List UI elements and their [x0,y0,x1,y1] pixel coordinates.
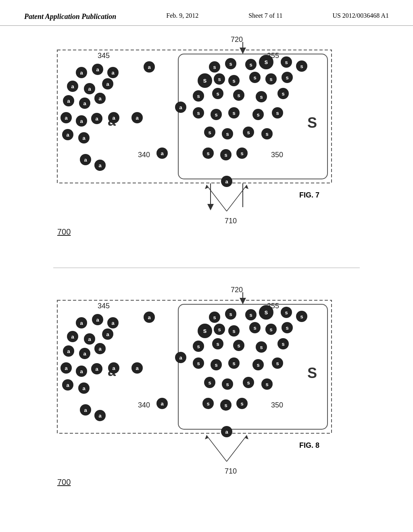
fig8-node-s-5: s [281,307,292,318]
fig7-node-a-border1: a [175,102,186,113]
fig8-ref-340: 340 [138,401,150,409]
svg-marker-7 [205,185,208,189]
fig8-node-a-5: a [67,331,78,342]
fig7-node-a-6: a [84,83,95,94]
fig7-node-s-29: s [236,148,248,159]
fig8-node-s-28: s [220,399,232,411]
fig8-diagram: 720 345 355 350 340 S a a a a a a a a a … [45,284,368,486]
fig7-node-a-2: a [92,64,103,75]
fig7-node-s-3: s [245,59,257,70]
fig8-node-a-3: a [107,317,119,328]
svg-marker-15 [245,435,248,439]
fig7-node-s-14: s [212,88,223,99]
fig8-node-s-29: s [236,398,248,409]
fig7-node-a-7: a [102,78,113,89]
fig8-node-s-17: s [277,338,289,349]
fig7-node-s-22: s [272,107,283,118]
fig8-caption: FIG. 8 [299,441,319,450]
fig8-node-s-25: s [243,377,254,388]
fig8-node-s-26: s [261,378,273,390]
fig7-node-a-19: a [94,160,106,171]
svg-marker-8 [245,185,248,189]
fig8-ref-345: 345 [98,302,110,310]
fig7-node-s-28: s [220,149,232,160]
fig7-node-s-13: s [193,90,204,102]
fig7-node-s-25: s [243,127,254,138]
svg-line-5 [206,185,227,211]
fig7-node-a-15: a [131,112,143,123]
fig7-node-s-20: s [228,107,240,118]
fig7-node-a-340: a [156,148,168,159]
header-patent-num: US 2012/0036468 A1 [332,12,389,19]
fig8-node-a-14: a [108,362,119,374]
fig7-ref-345: 345 [98,52,110,60]
fig7-node-s-5: s [281,56,292,68]
fig8-node-s-9: s [228,325,240,337]
fig7-node-s-12: s [282,72,293,83]
fig7-node-s-16: s [256,91,267,102]
fig8-node-s-19: s [211,359,222,370]
fig8-ref-350: 350 [271,401,283,409]
fig8-node-a-10: a [94,343,106,354]
fig8-node-s-14: s [212,338,223,349]
fig7-node-s-10: s [249,72,261,83]
fig8-node-s-22: s [272,357,283,369]
header-left-title: Patent Application Publication [24,12,116,21]
fig7-node-s-9: s [228,75,240,86]
fig8-node-s-12: s [282,322,293,333]
fig8-node-s-4: s [259,305,273,320]
fig7-node-a-18: a [80,154,91,165]
fig8-node-a-12: a [76,366,87,377]
figures-area: 720 345 355 350 340 S a a a a a a a a a [0,26,413,518]
fig7-node-s-26: s [261,128,273,139]
fig8-node-s-16: s [256,341,267,353]
fig8-node-s-24: s [222,378,233,390]
fig7-node-s-18: s [193,107,204,118]
header-date: Feb. 9, 2012 [166,12,198,19]
fig7-ref-720: 720 [231,35,243,44]
fig8-node-s-7: s [198,324,212,338]
fig7-node-a-11: a [60,112,72,123]
fig8-node-a-2: a [92,314,103,325]
fig8-node-a-19: a [94,410,106,421]
fig8-node-s-10: s [249,322,261,333]
fig7-node-a-13: a [91,113,102,124]
svg-line-6 [227,185,247,211]
fig7-node-s-27: s [202,148,214,159]
fig7-node-a-4: a [144,61,155,73]
fig7-node-s-21: s [252,109,264,120]
fig8-node-s-11: s [265,324,277,335]
fig8-node-s-23: s [204,377,215,388]
fig8-node-a-16: a [62,379,73,391]
fig7-diagram: 720 345 355 350 340 S a a a a a a a a a [45,34,368,235]
fig7-ref-710: 710 [225,217,237,225]
fig8-node-s-6: s [296,311,307,322]
fig7-ref-350: 350 [271,151,283,159]
fig8-node-a-border1: a [175,352,186,363]
fig8-node-a-9: a [79,348,90,359]
fig8-ref-700: 700 [57,478,71,487]
fig8-node-a-340: a [156,398,168,409]
fig8-node-a-1: a [76,317,87,328]
fig7-node-s-8: s [214,73,225,85]
fig8-node-s-2: s [225,308,236,320]
fig7-node-s-4: s [259,55,273,69]
fig7-node-a-5: a [67,81,78,92]
fig8-node-a-13: a [91,363,102,374]
fig7-node-s-11: s [265,73,277,85]
fig7-node-a-16: a [62,129,73,140]
fig7-node-a-9: a [79,98,90,109]
fig8-node-s-8: s [214,324,225,335]
fig7-node-a-bottom: a [221,176,232,187]
fig7-node-a-10: a [94,93,106,104]
fig8-node-a-6: a [84,333,95,345]
fig8-node-s-3: s [245,309,257,320]
fig7-node-s-23: s [204,127,215,138]
fig7-node-s-1: s [209,61,220,73]
fig7-node-a-12: a [76,115,87,127]
fig8-ref-710: 710 [225,467,237,476]
fig8-node-a-18: a [80,404,91,416]
fig7-node-a-8: a [63,95,74,106]
fig7-node-s-7: s [198,73,212,88]
fig8-node-a-15: a [131,362,143,374]
